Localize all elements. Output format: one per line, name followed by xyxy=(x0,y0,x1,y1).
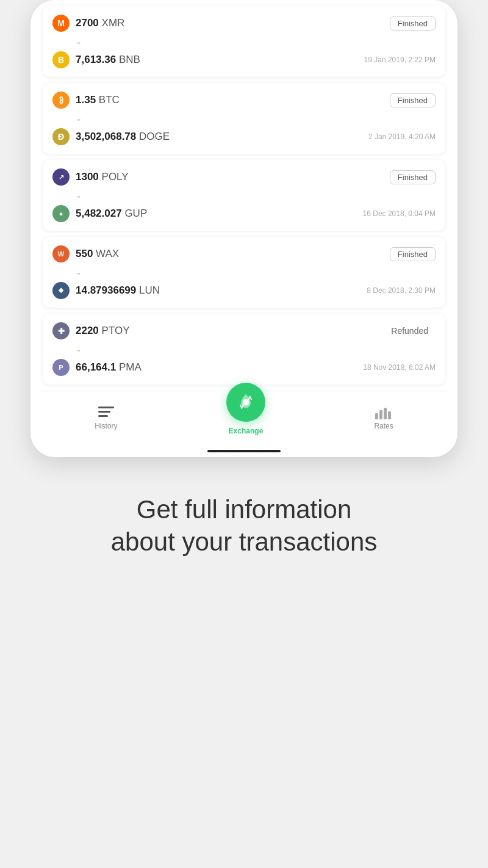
status-badge: Finished xyxy=(390,16,436,31)
svg-rect-5 xyxy=(379,410,382,419)
from-amount: 2220 PTOY xyxy=(76,325,130,337)
to-amount: 5,482.027 GUP xyxy=(76,208,147,220)
transaction-list: M 2700 XMR Finished ⌄ B 7,613.36 BNB 19 … xyxy=(40,6,448,385)
to-coin-row: Ð 3,502,068.78 DOGE xyxy=(52,128,170,145)
chevron-down-icon: ⌄ xyxy=(76,345,82,353)
to-coin-row: B 7,613.36 BNB xyxy=(52,51,140,68)
bnb-icon: B xyxy=(52,51,70,68)
btc-icon: ₿ xyxy=(52,92,70,109)
to-coin-row: ● 5,482.027 GUP xyxy=(52,205,147,222)
from-coin-row: M 2700 XMR xyxy=(52,15,124,32)
doge-icon: Ð xyxy=(52,128,70,145)
transaction-card[interactable]: M 2700 XMR Finished ⌄ B 7,613.36 BNB 19 … xyxy=(43,6,445,77)
ptoy-icon: ✚ xyxy=(52,322,70,339)
chevron-down-icon: ⌄ xyxy=(76,37,82,46)
transaction-date: 16 Dec 2018, 0:04 PM xyxy=(363,209,436,218)
pma-icon: P xyxy=(52,359,70,376)
chevron-row: ⌄ xyxy=(52,188,436,201)
from-coin-row: ✚ 2220 PTOY xyxy=(52,322,130,339)
chevron-row: ⌄ xyxy=(52,111,436,125)
promo-text: Get full information about your transact… xyxy=(24,494,464,558)
to-coin-row: P 66,164.1 PMA xyxy=(52,359,142,376)
promo-line2: about your transactions xyxy=(111,527,378,556)
rates-label: Rates xyxy=(374,422,393,430)
svg-rect-4 xyxy=(375,413,378,419)
chevron-down-icon: ⌄ xyxy=(76,191,82,200)
transaction-date: 2 Jan 2019, 4:20 AM xyxy=(368,132,436,141)
chevron-row: ⌄ xyxy=(52,342,436,355)
from-amount: 550 WAX xyxy=(76,248,119,260)
chevron-row: ⌄ xyxy=(52,34,436,48)
xmr-icon: M xyxy=(52,15,70,32)
gup-icon: ● xyxy=(52,205,70,222)
transaction-date: 19 Jan 2019, 2:22 PM xyxy=(364,56,436,64)
status-badge-refunded: Refunded xyxy=(384,324,436,338)
poly-icon: ↗ xyxy=(52,168,70,186)
transaction-card[interactable]: W 550 WAX Finished ⌄ ❖ 14.87936699 LUN 8… xyxy=(43,237,445,308)
lun-icon: ❖ xyxy=(52,282,70,299)
to-coin-row: ❖ 14.87936699 LUN xyxy=(52,282,160,299)
status-badge: Finished xyxy=(390,93,436,107)
exchange-label: Exchange xyxy=(229,427,264,435)
rates-icon xyxy=(375,406,392,419)
svg-rect-0 xyxy=(98,407,114,408)
wax-icon: W xyxy=(52,245,70,262)
history-icon xyxy=(98,406,115,419)
history-label: History xyxy=(95,422,117,430)
chevron-down-icon: ⌄ xyxy=(76,268,82,277)
transaction-card[interactable]: ✚ 2220 PTOY Refunded ⌄ P 66,164.1 PMA 18… xyxy=(43,314,445,385)
home-indicator xyxy=(207,450,281,452)
svg-rect-2 xyxy=(98,415,108,417)
from-coin-row: ₿ 1.35 BTC xyxy=(52,92,120,109)
to-amount: 14.87936699 LUN xyxy=(76,284,160,297)
from-coin-row: ↗ 1300 POLY xyxy=(52,168,129,186)
transaction-card[interactable]: ₿ 1.35 BTC Finished ⌄ Ð 3,502,068.78 DOG… xyxy=(43,83,445,154)
status-badge: Finished xyxy=(390,247,436,261)
promo-line1: Get full information xyxy=(137,495,352,524)
chevron-row: ⌄ xyxy=(52,265,436,278)
svg-rect-7 xyxy=(388,411,391,419)
nav-item-history[interactable]: History xyxy=(95,406,117,430)
transaction-date: 18 Nov 2018, 6:02 AM xyxy=(363,363,436,372)
bottom-navigation: History Exchange xyxy=(40,391,448,447)
exchange-fab-button[interactable] xyxy=(226,383,265,422)
nav-item-rates[interactable]: Rates xyxy=(374,406,393,430)
phone-frame: M 2700 XMR Finished ⌄ B 7,613.36 BNB 19 … xyxy=(30,0,458,457)
promo-section: Get full information about your transact… xyxy=(0,457,488,595)
from-coin-row: W 550 WAX xyxy=(52,245,119,262)
from-amount: 1300 POLY xyxy=(76,171,129,183)
status-badge: Finished xyxy=(390,170,436,184)
from-amount: 1.35 BTC xyxy=(76,94,120,106)
transaction-date: 8 Dec 2018, 2:30 PM xyxy=(367,286,436,295)
transaction-card[interactable]: ↗ 1300 POLY Finished ⌄ ● 5,482.027 GUP 1… xyxy=(43,160,445,231)
to-amount: 7,613.36 BNB xyxy=(76,54,140,66)
to-amount: 66,164.1 PMA xyxy=(76,361,142,374)
nav-item-exchange[interactable]: Exchange xyxy=(226,401,265,435)
svg-rect-6 xyxy=(384,408,387,419)
from-amount: 2700 XMR xyxy=(76,17,124,29)
svg-rect-1 xyxy=(98,411,110,413)
to-amount: 3,502,068.78 DOGE xyxy=(76,131,170,143)
svg-point-3 xyxy=(243,399,249,406)
chevron-down-icon: ⌄ xyxy=(76,114,82,123)
